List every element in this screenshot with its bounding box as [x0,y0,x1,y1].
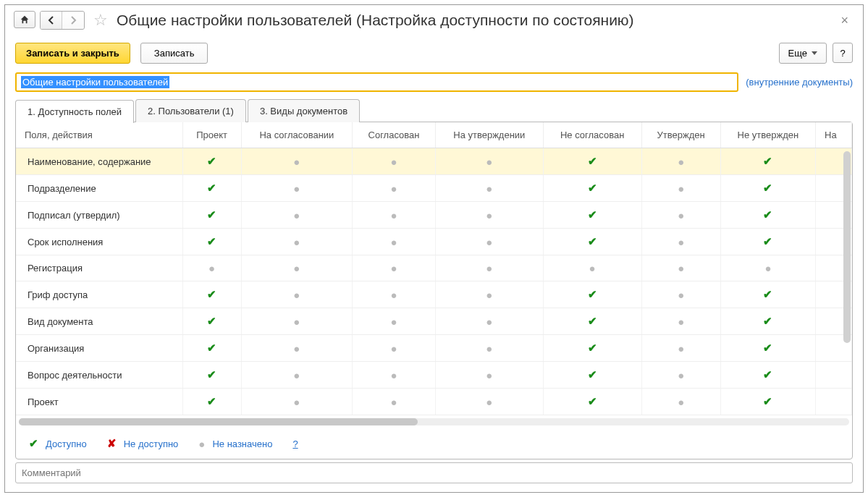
table-row[interactable]: Организация✔●●●✔●✔ [16,335,852,362]
back-button[interactable] [41,12,62,29]
cell[interactable]: ● [353,229,436,255]
cell[interactable]: ● [435,362,543,389]
cell[interactable]: ● [641,389,720,415]
cell[interactable]: ● [641,281,720,308]
favorite-star-icon[interactable]: ☆ [93,11,108,30]
cell[interactable]: ● [241,148,352,175]
col-header[interactable]: Не согласован [543,122,641,148]
cell[interactable]: ● [435,308,543,335]
cell[interactable]: ● [435,255,543,281]
col-header[interactable]: На утверждении [435,122,543,148]
horizontal-scrollbar-thumb[interactable] [19,418,418,425]
cell[interactable]: ✔ [182,229,241,255]
cell[interactable]: ● [641,308,720,335]
cell[interactable]: ● [241,281,352,308]
cell[interactable]: ● [241,362,352,389]
cell[interactable]: ✔ [182,148,241,175]
cell[interactable]: ✔ [720,362,815,389]
cell[interactable]: ● [435,175,543,202]
cell[interactable]: ✔ [182,362,241,389]
table-row[interactable]: Подразделение✔●●●✔●✔ [16,175,852,202]
cell[interactable]: ✔ [720,229,815,255]
cell[interactable]: ✔ [720,389,815,415]
col-header[interactable]: На [816,122,852,148]
cell[interactable]: ● [641,229,720,255]
cell[interactable]: ✔ [543,308,641,335]
cell[interactable]: ✔ [543,389,641,415]
tab-0[interactable]: 1. Доступность полей [15,100,134,123]
cell[interactable]: ✔ [543,175,641,202]
legend-help-link[interactable]: ? [292,438,298,449]
cell[interactable]: ● [543,255,641,281]
cell[interactable]: ● [641,175,720,202]
cell[interactable]: ● [241,175,352,202]
cell[interactable]: ● [435,389,543,415]
legend-unavailable[interactable]: Не доступно [124,438,179,449]
cell[interactable]: ✔ [182,202,241,229]
save-close-button[interactable]: Записать и закрыть [15,43,130,64]
save-button[interactable]: Записать [140,43,208,64]
cell[interactable]: ✔ [720,281,815,308]
cell[interactable]: ● [353,389,436,415]
cell[interactable]: ✔ [182,175,241,202]
cell[interactable]: ● [435,229,543,255]
cell[interactable]: ● [720,255,815,281]
cell[interactable]: ● [353,175,436,202]
cell[interactable]: ● [435,281,543,308]
cell[interactable]: ● [435,335,543,362]
cell[interactable]: ✔ [182,281,241,308]
table-row[interactable]: Проект✔●●●✔●✔ [16,389,852,415]
cell[interactable]: ● [353,281,436,308]
tab-1[interactable]: 2. Пользователи (1) [135,99,246,122]
cell[interactable]: ● [182,255,241,281]
table-row[interactable]: Вопрос деятельности✔●●●✔●✔ [16,362,852,389]
col-header[interactable]: Утвержден [641,122,720,148]
cell[interactable]: ✔ [543,335,641,362]
cell[interactable]: ● [241,335,352,362]
table-row[interactable]: Гриф доступа✔●●●✔●✔ [16,281,852,308]
cell[interactable]: ● [241,389,352,415]
legend-unassigned[interactable]: Не назначено [212,438,272,449]
cell[interactable]: ● [435,202,543,229]
col-header[interactable]: Согласован [353,122,436,148]
cell[interactable]: ✔ [720,148,815,175]
help-button[interactable]: ? [833,43,853,63]
cell[interactable]: ✔ [543,281,641,308]
name-input[interactable]: Общие настройки пользователей [15,72,738,92]
cell[interactable]: ● [641,335,720,362]
cell[interactable]: ✔ [543,362,641,389]
cell[interactable]: ● [241,255,352,281]
table-row[interactable]: Подписал (утвердил)✔●●●✔●✔ [16,202,852,229]
cell[interactable]: ● [641,255,720,281]
cell[interactable]: ● [241,202,352,229]
cell[interactable]: ✔ [182,389,241,415]
col-header[interactable]: Не утвержден [720,122,815,148]
cell[interactable]: ● [353,148,436,175]
cell[interactable]: ● [641,148,720,175]
legend-available[interactable]: Доступно [46,438,87,449]
cell[interactable]: ● [241,229,352,255]
cell[interactable]: ✔ [543,148,641,175]
cell[interactable]: ✔ [182,308,241,335]
cell[interactable]: ✔ [720,308,815,335]
cell[interactable]: ✔ [182,335,241,362]
horizontal-scrollbar[interactable] [19,418,849,425]
cell[interactable]: ● [353,362,436,389]
table-row[interactable]: Срок исполнения✔●●●✔●✔ [16,229,852,255]
cell[interactable]: ● [241,308,352,335]
col-header[interactable]: Проект [182,122,241,148]
vertical-scrollbar[interactable] [843,151,851,343]
col-header[interactable]: На согласовании [241,122,352,148]
table-row[interactable]: Регистрация●●●●●●● [16,255,852,281]
cell[interactable]: ✔ [720,335,815,362]
cell[interactable]: ● [641,202,720,229]
close-button[interactable]: × [835,13,854,28]
internal-documents-link[interactable]: (внутренние документы) [746,77,853,88]
table-row[interactable]: Наименование, содержание✔●●●✔●✔ [16,148,852,175]
tab-2[interactable]: 3. Виды документов [248,99,360,122]
cell[interactable]: ✔ [720,202,815,229]
cell[interactable]: ✔ [543,229,641,255]
cell[interactable]: ● [353,308,436,335]
cell[interactable]: ✔ [720,175,815,202]
cell[interactable]: ● [353,202,436,229]
